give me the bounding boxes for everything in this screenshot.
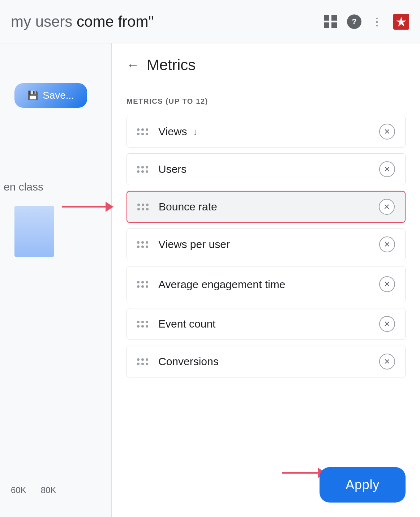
metric-name-views: Views ↓ bbox=[158, 125, 379, 138]
metric-name-event-count: Event count bbox=[158, 318, 379, 330]
sort-arrow-views[interactable]: ↓ bbox=[193, 126, 197, 137]
drag-handle-views[interactable] bbox=[137, 128, 148, 135]
remove-event-count-button[interactable] bbox=[379, 316, 395, 332]
metric-name-avg-engagement: Average engagement time bbox=[158, 277, 379, 291]
panel-header: ← Metrics bbox=[112, 43, 420, 84]
drag-handle-users[interactable] bbox=[137, 166, 148, 173]
save-button[interactable]: 💾 Save... bbox=[14, 83, 87, 108]
metric-row-views-per-user: Views per user bbox=[127, 228, 406, 260]
apply-arrow-line bbox=[282, 472, 318, 474]
help-icon[interactable]: ? bbox=[347, 14, 361, 29]
section-label: METRICS (UP TO 12) bbox=[127, 97, 406, 106]
remove-views-button[interactable] bbox=[379, 124, 395, 140]
remove-conversions-button[interactable] bbox=[379, 354, 395, 369]
more-icon[interactable]: ⋮ bbox=[372, 15, 383, 28]
metric-row-avg-engagement: Average engagement time bbox=[127, 266, 406, 302]
drag-handle-bounce-rate[interactable] bbox=[137, 204, 149, 210]
metric-row-conversions: Conversions bbox=[127, 346, 406, 377]
sidebar: 💾 Save... en class 60K 80K bbox=[0, 43, 112, 517]
metric-row-bounce-rate: Bounce rate bbox=[127, 191, 406, 223]
metric-name-bounce-rate: Bounce rate bbox=[159, 201, 379, 213]
metric-row-views: Views ↓ bbox=[127, 116, 406, 148]
metrics-section: METRICS (UP TO 12) Views ↓ Users bbox=[112, 84, 420, 377]
remove-users-button[interactable] bbox=[379, 161, 395, 177]
metric-row-event-count: Event count bbox=[127, 308, 406, 340]
blue-decorative-box bbox=[14, 206, 54, 257]
back-button[interactable]: ← bbox=[127, 57, 140, 73]
drag-handle-conversions[interactable] bbox=[137, 358, 148, 365]
save-icon: 💾 bbox=[27, 90, 38, 101]
panel-title: Metrics bbox=[147, 56, 196, 74]
remove-avg-engagement-button[interactable] bbox=[379, 276, 395, 292]
class-label: en class bbox=[4, 181, 43, 193]
metric-name-conversions: Conversions bbox=[158, 355, 379, 368]
remove-bounce-rate-button[interactable] bbox=[379, 199, 395, 215]
remove-views-per-user-button[interactable] bbox=[379, 236, 395, 252]
drag-handle-views-per-user[interactable] bbox=[137, 241, 148, 248]
metrics-panel: ← Metrics METRICS (UP TO 12) Views ↓ Use… bbox=[112, 43, 420, 517]
arrow-line bbox=[62, 206, 106, 208]
arrow-head bbox=[106, 202, 113, 212]
metric-name-users: Users bbox=[158, 163, 379, 175]
axis-label-80k: 80K bbox=[41, 485, 56, 495]
save-label: Save... bbox=[43, 90, 74, 101]
topbar-title: my users come from" bbox=[11, 13, 154, 30]
avatar[interactable] bbox=[393, 14, 409, 30]
topbar: my users come from" ? ⋮ bbox=[0, 0, 420, 43]
drag-handle-event-count[interactable] bbox=[137, 321, 148, 328]
bottom-axis-labels: 60K 80K bbox=[11, 485, 56, 495]
bounce-rate-arrow bbox=[62, 202, 113, 212]
drag-handle-avg-engagement[interactable] bbox=[137, 281, 148, 288]
axis-label-60k: 60K bbox=[11, 485, 26, 495]
apply-button[interactable]: Apply bbox=[320, 467, 406, 503]
avatar-image bbox=[396, 17, 406, 27]
grid-icon[interactable] bbox=[324, 15, 337, 28]
metric-row-users: Users bbox=[127, 153, 406, 185]
topbar-actions: ? ⋮ bbox=[324, 14, 409, 30]
metric-name-views-per-user: Views per user bbox=[158, 238, 379, 251]
